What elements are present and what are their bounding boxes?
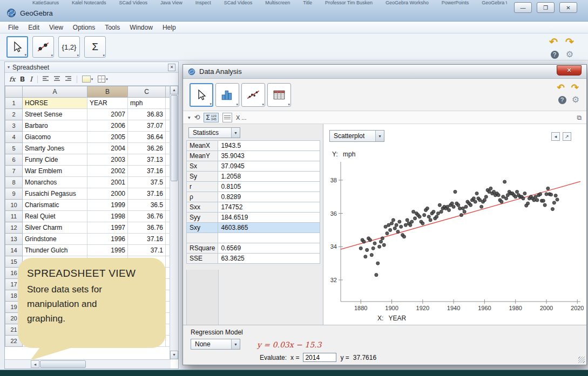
cell-a[interactable]: Monarchos xyxy=(23,177,87,188)
show-statistics-toggle[interactable]: Σ 123 345 xyxy=(204,113,218,122)
show-data-toggle[interactable] xyxy=(222,113,232,122)
sum-tool-button[interactable]: Σ ▾ xyxy=(84,36,106,58)
cell-b[interactable]: 1997 xyxy=(87,222,128,234)
cell-a[interactable]: Giacomo xyxy=(23,132,87,143)
stat-row[interactable]: Sy1.2058 xyxy=(187,172,320,182)
cell-b[interactable]: 2002 xyxy=(87,166,128,177)
cell-c[interactable]: mph xyxy=(128,98,166,109)
cell-c[interactable]: 37.1 xyxy=(128,245,166,256)
dialog-title-bar[interactable]: Data Analysis xyxy=(183,65,586,79)
gear-icon[interactable]: ⚙ xyxy=(572,95,579,104)
vertical-scrollbar[interactable]: ▲ ▼ xyxy=(170,86,178,359)
background-tab[interactable]: PowerPoints xyxy=(442,0,469,7)
fill-color-button[interactable]: ▾ xyxy=(82,76,93,83)
background-tab[interactable]: SCad Videos xyxy=(119,0,147,7)
background-tab[interactable]: SCad Videos xyxy=(224,0,252,7)
row-header[interactable]: 11 xyxy=(5,211,23,222)
cell-b[interactable]: 1999 xyxy=(87,200,128,211)
chevron-down-icon[interactable]: ▾ xyxy=(188,115,191,120)
cell-c[interactable]: 36.76 xyxy=(128,222,166,234)
cell-b[interactable]: 2003 xyxy=(87,154,128,166)
plot-type-dropdown[interactable]: Scatterplot ▼ xyxy=(329,130,384,142)
row-header[interactable]: 14 xyxy=(5,245,23,256)
stat-row[interactable]: SSE63.3625 xyxy=(187,254,320,264)
dialog-close-button[interactable]: ✕ xyxy=(557,65,582,76)
background-tab[interactable]: GeoGebra Worksho xyxy=(386,0,429,7)
menu-view[interactable]: View xyxy=(44,22,68,33)
undo-icon[interactable]: ↶ xyxy=(549,36,558,48)
stat-row[interactable]: Sxx174752 xyxy=(187,202,320,213)
stat-row[interactable]: Syy184.6519 xyxy=(187,213,320,223)
borders-button[interactable]: ▾ xyxy=(98,76,108,83)
move-tool-button[interactable]: ▾ xyxy=(6,36,28,58)
one-variable-move-button[interactable]: ▾ xyxy=(190,83,213,107)
stat-row[interactable]: Sx37.0945 xyxy=(187,161,320,172)
best-fit-line-tool-button[interactable]: ▾ xyxy=(32,36,54,58)
scrollbar-thumb[interactable] xyxy=(40,360,86,368)
redo-icon[interactable]: ↷ xyxy=(571,82,579,93)
cell-c[interactable]: 36.26 xyxy=(128,143,166,154)
multivariable-analysis-button[interactable]: ▾ xyxy=(267,83,291,107)
stat-row[interactable]: RSquare0.6569 xyxy=(187,243,320,254)
chevron-down-icon[interactable]: ▾ xyxy=(8,65,10,70)
italic-button[interactable]: I xyxy=(30,76,32,83)
cell-b[interactable]: 1995 xyxy=(87,245,128,256)
undo-icon[interactable]: ↶ xyxy=(557,82,565,93)
panel-layout-icon[interactable]: ⧉ xyxy=(577,114,582,121)
plot-panel-left-icon[interactable]: ◂ xyxy=(551,132,560,141)
row-header[interactable]: 8 xyxy=(5,177,23,188)
cell-b[interactable]: 2007 xyxy=(87,109,128,120)
row-header[interactable]: 13 xyxy=(5,234,23,245)
scrollbar-thumb[interactable] xyxy=(171,95,178,181)
cell-c[interactable]: 37.16 xyxy=(128,166,166,177)
cell-c[interactable]: 36.76 xyxy=(128,211,166,222)
maximize-button[interactable]: ❐ xyxy=(537,2,555,13)
cell-b[interactable]: 2000 xyxy=(87,188,128,200)
desktop-taskbar[interactable] xyxy=(0,370,588,376)
scroll-down-icon[interactable]: ▼ xyxy=(170,351,178,359)
regression-model-dropdown[interactable]: None ▼ xyxy=(191,339,240,350)
resize-grip[interactable] xyxy=(578,357,585,363)
row-header[interactable]: 2 xyxy=(5,109,23,120)
select-all-corner[interactable] xyxy=(5,86,23,98)
background-tab[interactable]: Professor Tim Busken xyxy=(325,0,373,7)
bold-button[interactable]: B xyxy=(20,76,25,83)
menu-window[interactable]: Window xyxy=(125,22,158,33)
stat-row[interactable]: MeanY35.9043 xyxy=(187,151,320,161)
cell-a[interactable]: Street Sense xyxy=(23,109,87,120)
cell-b[interactable]: YEAR xyxy=(87,98,128,109)
cell-c[interactable]: 37.16 xyxy=(128,188,166,200)
row-header[interactable]: 3 xyxy=(5,120,23,132)
scroll-up-icon[interactable]: ▲ xyxy=(170,86,178,94)
column-header-a[interactable]: A xyxy=(23,86,87,98)
minimize-button[interactable]: — xyxy=(514,2,532,13)
menu-tools[interactable]: Tools xyxy=(100,22,125,33)
close-button[interactable]: ✕ xyxy=(559,2,577,13)
statistics-dropdown[interactable]: Statistics ▼ xyxy=(188,127,240,138)
cell-c[interactable]: 36.83 xyxy=(128,109,166,120)
scroll-left-icon[interactable]: ◄ xyxy=(31,360,39,368)
cell-a[interactable]: War Emblem xyxy=(23,166,87,177)
cell-a[interactable]: HORSE xyxy=(23,98,87,109)
cell-b[interactable]: 2006 xyxy=(87,120,128,132)
row-header[interactable]: 7 xyxy=(5,166,23,177)
cell-c[interactable]: 37.13 xyxy=(128,154,166,166)
stat-row[interactable] xyxy=(187,233,320,243)
stat-row[interactable]: r0.8105 xyxy=(187,182,320,192)
stat-row[interactable]: MeanX1943.5 xyxy=(187,141,320,151)
cell-a[interactable]: Thunder Gulch xyxy=(23,245,87,256)
row-header[interactable]: 12 xyxy=(5,222,23,234)
menu-help[interactable]: Help xyxy=(158,22,181,33)
cell-c[interactable]: 36.64 xyxy=(128,132,166,143)
cell-b[interactable]: 1996 xyxy=(87,234,128,245)
background-tab[interactable]: Java View xyxy=(160,0,183,7)
row-header[interactable]: 5 xyxy=(5,143,23,154)
cell-c[interactable]: 37.16 xyxy=(128,234,166,245)
row-header[interactable]: 9 xyxy=(5,188,23,200)
align-right-icon[interactable] xyxy=(65,76,72,82)
cell-b[interactable]: 1998 xyxy=(87,211,128,222)
cell-c[interactable]: 36.5 xyxy=(128,200,166,211)
evaluate-x-input[interactable] xyxy=(303,353,336,362)
cell-a[interactable]: Fusaichi Pegasus xyxy=(23,188,87,200)
close-panel-icon[interactable]: ✕ xyxy=(168,64,175,71)
